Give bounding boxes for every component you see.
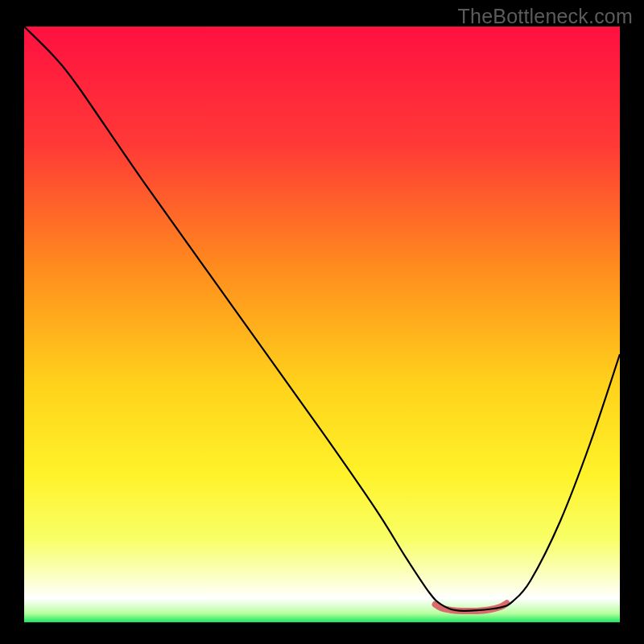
watermark-label: TheBottleneck.com [458, 5, 633, 28]
bottleneck-chart [0, 0, 644, 644]
plot-background [24, 27, 620, 622]
chart-frame: TheBottleneck.com [0, 0, 644, 644]
